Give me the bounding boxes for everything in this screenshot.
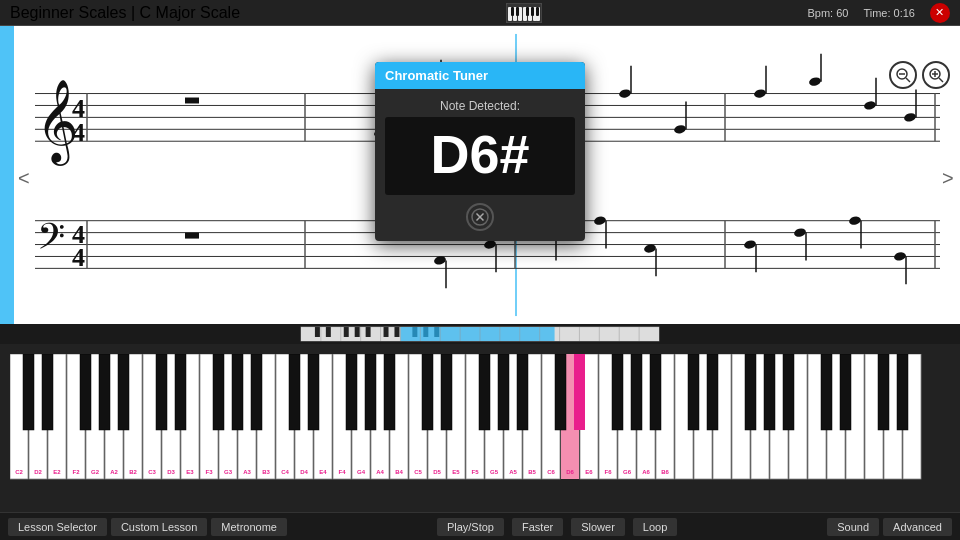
svg-point-44 [618, 88, 632, 99]
svg-rect-98 [366, 327, 371, 337]
loop-button[interactable]: Loop [633, 518, 677, 536]
svg-line-17 [939, 78, 943, 82]
tuner-note-detected-label: Note Detected: [385, 99, 575, 113]
svg-text:F5: F5 [471, 469, 479, 475]
svg-point-46 [673, 124, 687, 135]
svg-text:B2: B2 [129, 469, 137, 475]
sound-button[interactable]: Sound [827, 518, 879, 536]
piano-nav-strip[interactable] [300, 326, 660, 342]
svg-rect-148 [156, 354, 167, 430]
svg-point-54 [903, 112, 917, 123]
svg-rect-186 [422, 354, 433, 430]
svg-text:G5: G5 [490, 469, 499, 475]
svg-text:C3: C3 [148, 469, 156, 475]
bottom-center-controls: Play/Stop Faster Slower Loop [437, 518, 677, 536]
metronome-button[interactable]: Metronome [211, 518, 287, 536]
piano-navigator[interactable] [0, 324, 960, 344]
slower-button[interactable]: Slower [571, 518, 625, 536]
svg-rect-208 [631, 354, 642, 430]
tuner-note-value: D6# [390, 127, 570, 181]
svg-text:B6: B6 [661, 469, 669, 475]
svg-rect-238 [897, 354, 908, 430]
zoom-in-button[interactable] [922, 61, 950, 89]
faster-button[interactable]: Faster [512, 518, 563, 536]
svg-rect-189 [498, 354, 509, 430]
bottom-left-controls: Lesson Selector Custom Lesson Metronome [8, 518, 287, 536]
svg-rect-190 [517, 354, 528, 430]
tuner-close-button[interactable] [466, 203, 494, 231]
close-button[interactable]: ✕ [930, 3, 950, 23]
advanced-button[interactable]: Advanced [883, 518, 952, 536]
svg-rect-227 [764, 354, 775, 430]
svg-rect-170 [365, 354, 376, 430]
svg-text:B4: B4 [395, 469, 403, 475]
svg-text:𝄢: 𝄢 [37, 218, 65, 266]
svg-text:B3: B3 [262, 469, 270, 475]
svg-rect-97 [355, 327, 360, 337]
svg-text:4: 4 [72, 243, 85, 272]
svg-rect-225 [707, 354, 718, 430]
svg-text:D4: D4 [300, 469, 308, 475]
svg-rect-228 [783, 354, 794, 430]
lesson-selector-button[interactable]: Lesson Selector [8, 518, 107, 536]
svg-point-82 [793, 227, 807, 238]
tuner-modal: Chromatic Tuner Note Detected: D6# [375, 62, 585, 241]
svg-rect-130 [42, 354, 53, 430]
svg-rect-209 [650, 354, 661, 430]
svg-text:F3: F3 [205, 469, 213, 475]
svg-rect-235 [821, 354, 832, 430]
zoom-out-button[interactable] [889, 61, 917, 89]
svg-rect-167 [289, 354, 300, 430]
svg-text:D5: D5 [433, 469, 441, 475]
svg-text:C4: C4 [281, 469, 289, 475]
svg-text:E6: E6 [585, 469, 593, 475]
custom-lesson-button[interactable]: Custom Lesson [111, 518, 207, 536]
top-bar-right: Bpm: 60 Time: 0:16 ✕ [807, 3, 950, 23]
time-display: Time: 0:16 [863, 7, 915, 19]
bottom-right-controls: Sound Advanced [827, 518, 952, 536]
svg-rect-152 [251, 354, 262, 430]
svg-line-14 [906, 78, 910, 82]
svg-rect-100 [394, 327, 399, 337]
tuner-display: D6# [385, 117, 575, 195]
svg-text:G3: G3 [224, 469, 233, 475]
tuner-body: Note Detected: D6# [375, 89, 585, 241]
top-bar-center [506, 3, 542, 23]
svg-rect-133 [118, 354, 129, 430]
svg-text:E4: E4 [319, 469, 327, 475]
svg-rect-150 [213, 354, 224, 430]
bottom-bar: Lesson Selector Custom Lesson Metronome … [0, 512, 960, 540]
sheet-area: 𝄞 4 4 [0, 26, 960, 324]
svg-point-84 [848, 215, 862, 226]
svg-rect-151 [232, 354, 243, 430]
play-stop-button[interactable]: Play/Stop [437, 518, 504, 536]
tuner-title-bar: Chromatic Tuner [375, 62, 585, 89]
piano-keyboard[interactable]: .wk { fill: white; stroke: #888; stroke-… [0, 349, 960, 479]
bpm-display: Bpm: 60 [807, 7, 848, 19]
svg-rect-12 [536, 7, 539, 16]
svg-rect-132 [99, 354, 110, 430]
svg-point-48 [753, 88, 767, 99]
svg-rect-131 [80, 354, 91, 430]
svg-rect-168 [308, 354, 319, 430]
svg-rect-226 [745, 354, 756, 430]
svg-text:A2: A2 [110, 469, 118, 475]
svg-rect-224 [688, 354, 699, 430]
svg-point-50 [808, 76, 822, 87]
svg-rect-10 [526, 7, 529, 16]
svg-rect-129 [23, 354, 34, 430]
svg-text:E3: E3 [186, 469, 194, 475]
svg-rect-8 [511, 7, 514, 16]
svg-rect-94 [315, 327, 320, 337]
zoom-controls [889, 61, 950, 89]
svg-text:G4: G4 [357, 469, 366, 475]
piano-nav-svg [301, 327, 659, 342]
svg-text:>: > [942, 167, 954, 189]
svg-rect-99 [384, 327, 389, 337]
svg-rect-95 [326, 327, 331, 337]
svg-text:E2: E2 [53, 469, 61, 475]
svg-text:A6: A6 [642, 469, 650, 475]
svg-text:C2: C2 [15, 469, 23, 475]
svg-rect-237 [878, 354, 889, 430]
svg-text:F4: F4 [338, 469, 346, 475]
